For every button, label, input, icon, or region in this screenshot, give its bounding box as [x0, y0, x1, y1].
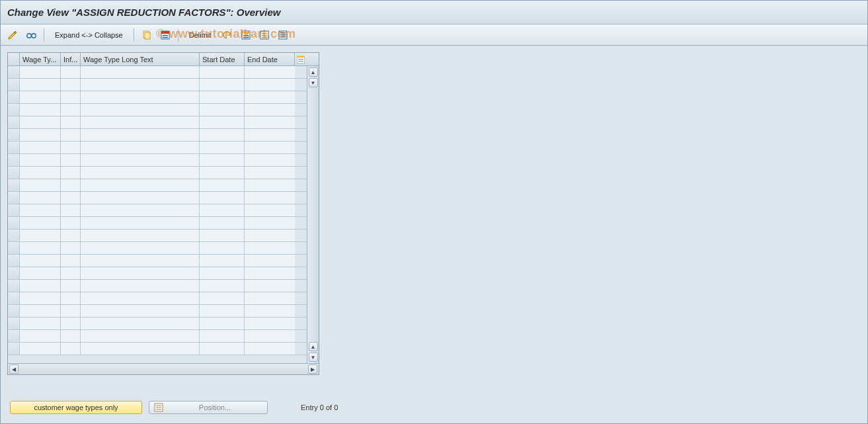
row-selector[interactable]	[8, 129, 20, 141]
cell-start-date[interactable]	[200, 192, 245, 204]
row-selector[interactable]	[8, 154, 20, 166]
cell-end-date[interactable]	[245, 318, 295, 329]
cell-end-date[interactable]	[245, 305, 295, 317]
row-selector[interactable]	[8, 242, 20, 254]
column-header-start-date[interactable]: Start Date	[200, 53, 245, 65]
row-selector[interactable]	[8, 91, 20, 103]
cell-long-text[interactable]	[81, 292, 200, 304]
cell-inf[interactable]	[61, 66, 81, 78]
cell-wage-type[interactable]	[20, 318, 61, 329]
column-configure-button[interactable]	[295, 53, 307, 65]
cell-inf[interactable]	[61, 91, 81, 103]
cell-end-date[interactable]	[245, 217, 295, 229]
cell-inf[interactable]	[61, 255, 81, 267]
table-row[interactable]	[8, 330, 307, 343]
cell-start-date[interactable]	[200, 255, 245, 267]
cell-wage-type[interactable]	[20, 91, 61, 103]
row-selector[interactable]	[8, 318, 20, 329]
cell-inf[interactable]	[61, 104, 81, 116]
cell-long-text[interactable]	[81, 280, 200, 292]
cell-end-date[interactable]	[245, 129, 295, 141]
cell-end-date[interactable]	[245, 255, 295, 267]
cell-inf[interactable]	[61, 179, 81, 191]
cell-end-date[interactable]	[245, 167, 295, 179]
select-all-button[interactable]	[157, 28, 173, 42]
cell-end-date[interactable]	[245, 204, 295, 216]
cell-inf[interactable]	[61, 192, 81, 204]
cell-long-text[interactable]	[81, 192, 200, 204]
cell-wage-type[interactable]	[20, 230, 61, 241]
row-selector[interactable]	[8, 267, 20, 279]
scroll-page-down-button[interactable]: ▲	[309, 342, 318, 351]
cell-long-text[interactable]	[81, 129, 200, 141]
cell-wage-type[interactable]	[20, 330, 61, 342]
cell-start-date[interactable]	[200, 343, 245, 355]
table-row[interactable]	[8, 204, 307, 217]
cell-end-date[interactable]	[245, 154, 295, 166]
cell-start-date[interactable]	[200, 104, 245, 116]
cell-long-text[interactable]	[81, 91, 200, 103]
cell-wage-type[interactable]	[20, 305, 61, 317]
cell-long-text[interactable]	[81, 318, 200, 329]
scroll-up-button[interactable]: ▲	[309, 67, 318, 77]
row-selector[interactable]	[8, 292, 20, 304]
cell-end-date[interactable]	[245, 66, 295, 78]
row-selector[interactable]	[8, 343, 20, 355]
cell-end-date[interactable]	[245, 192, 295, 204]
cell-end-date[interactable]	[245, 179, 295, 191]
vertical-scrollbar[interactable]: ▲ ▼ ▲ ▼	[307, 66, 319, 363]
table-row[interactable]	[8, 280, 307, 292]
table-row[interactable]	[8, 305, 307, 318]
cell-start-date[interactable]	[200, 230, 245, 241]
cell-wage-type[interactable]	[20, 179, 61, 191]
undo-button[interactable]	[219, 28, 235, 42]
cell-inf[interactable]	[61, 343, 81, 355]
cell-long-text[interactable]	[81, 330, 200, 342]
row-selector[interactable]	[8, 79, 20, 91]
table-row[interactable]	[8, 292, 307, 305]
cell-start-date[interactable]	[200, 66, 245, 78]
select-block-button[interactable]	[238, 28, 254, 42]
cell-long-text[interactable]	[81, 305, 200, 317]
cell-inf[interactable]	[61, 330, 81, 342]
cell-long-text[interactable]	[81, 116, 200, 128]
cell-end-date[interactable]	[245, 267, 295, 279]
cell-inf[interactable]	[61, 305, 81, 317]
cell-long-text[interactable]	[81, 179, 200, 191]
cell-wage-type[interactable]	[20, 167, 61, 179]
table-row[interactable]	[8, 116, 307, 129]
column-header-wage-type[interactable]: Wage Ty...	[20, 53, 61, 65]
change-mode-button[interactable]	[5, 28, 20, 42]
cell-long-text[interactable]	[81, 230, 200, 241]
cell-start-date[interactable]	[200, 292, 245, 304]
cell-inf[interactable]	[61, 242, 81, 254]
cell-wage-type[interactable]	[20, 204, 61, 216]
row-selector[interactable]	[8, 179, 20, 191]
cell-start-date[interactable]	[200, 280, 245, 292]
deselect-all-button[interactable]	[256, 28, 272, 42]
table-row[interactable]	[8, 154, 307, 167]
table-row[interactable]	[8, 217, 307, 230]
cell-end-date[interactable]	[245, 230, 295, 241]
cell-end-date[interactable]	[245, 79, 295, 91]
horizontal-scrollbar[interactable]: ◀ ▶	[8, 363, 319, 374]
scroll-down-button[interactable]: ▼	[309, 353, 318, 362]
cell-wage-type[interactable]	[20, 154, 61, 166]
column-header-inf[interactable]: Inf...	[61, 53, 81, 65]
row-selector[interactable]	[8, 280, 20, 292]
scroll-left-button[interactable]: ◀	[9, 364, 19, 374]
table-row[interactable]	[8, 179, 307, 192]
cell-wage-type[interactable]	[20, 280, 61, 292]
cell-start-date[interactable]	[200, 142, 245, 153]
cell-long-text[interactable]	[81, 267, 200, 279]
cell-end-date[interactable]	[245, 116, 295, 128]
row-selector[interactable]	[8, 104, 20, 116]
table-row[interactable]	[8, 267, 307, 280]
table-row[interactable]	[8, 242, 307, 255]
cell-end-date[interactable]	[245, 280, 295, 292]
cell-wage-type[interactable]	[20, 343, 61, 355]
cell-long-text[interactable]	[81, 154, 200, 166]
column-header-selector[interactable]	[8, 53, 20, 65]
expand-collapse-button[interactable]: Expand <-> Collapse	[49, 28, 129, 42]
cell-wage-type[interactable]	[20, 116, 61, 128]
